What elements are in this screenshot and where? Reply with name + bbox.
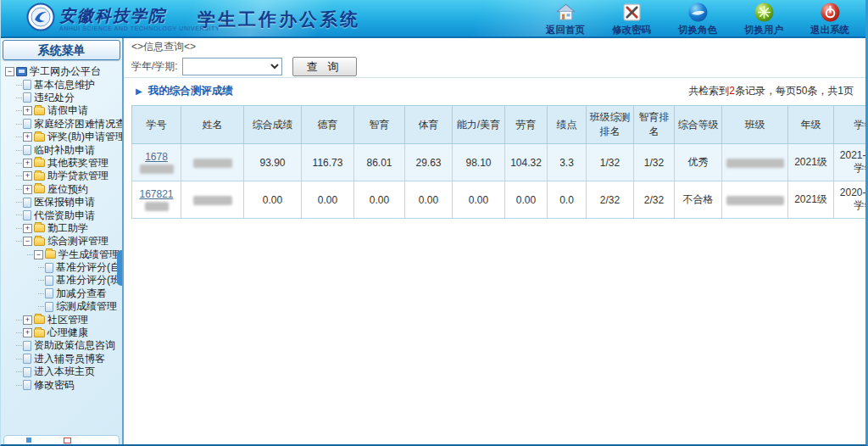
tree-item[interactable]: +社区管理 xyxy=(3,313,122,326)
tree-item[interactable]: −学生成绩管理 xyxy=(3,248,122,260)
folder-icon xyxy=(34,329,45,337)
tree-connector xyxy=(16,385,22,386)
cell-student-name xyxy=(181,181,244,219)
page-icon xyxy=(23,341,31,351)
app-window: 安徽科技学院 ANHUI SCIENCE AND TECHNOLOGY UNIV… xyxy=(0,0,868,446)
bottom-bar-mail-icon xyxy=(64,438,71,443)
tree-item[interactable]: 医保报销申请 xyxy=(3,196,122,209)
page-icon xyxy=(23,380,31,390)
expand-icon[interactable]: + xyxy=(23,185,32,194)
expand-icon[interactable]: + xyxy=(23,159,32,168)
tree-connector xyxy=(27,254,33,255)
table-row: 1678210.000.000.000.000.000.000.02/322/3… xyxy=(132,181,866,219)
header-action-4[interactable]: 切换用户 xyxy=(742,2,786,36)
tree-item[interactable]: 资助政策信息咨询 xyxy=(3,339,122,352)
page-icon xyxy=(23,210,31,220)
cell-student-name xyxy=(181,144,244,181)
tree-item[interactable]: −综合测评管理 xyxy=(3,235,122,248)
record-count-info: 共检索到2条记录，每页50条，共1页 xyxy=(688,84,854,98)
tree-item[interactable]: 加减分查看 xyxy=(3,287,122,300)
folder-icon xyxy=(34,107,45,115)
folder-icon xyxy=(45,250,56,259)
tree-connector xyxy=(16,228,22,229)
app-header: 安徽科技学院 ANHUI SCIENCE AND TECHNOLOGY UNIV… xyxy=(1,0,865,38)
term-label: 学年/学期: xyxy=(131,59,178,74)
student-id-link[interactable]: 167821 xyxy=(139,188,173,200)
logout-icon xyxy=(820,2,841,23)
expand-icon[interactable]: + xyxy=(23,224,32,233)
page-icon xyxy=(23,145,31,155)
tree-item[interactable]: 修改密码 xyxy=(3,378,122,391)
column-intellectual-rank: 智育排名 xyxy=(634,106,675,144)
switch-user-icon xyxy=(754,2,775,23)
tree-item[interactable]: 进入本班主页 xyxy=(3,365,122,378)
expand-icon[interactable]: + xyxy=(23,315,32,325)
tree-item[interactable]: 代偿资助申请 xyxy=(3,209,122,221)
tree-item-label: 修改密码 xyxy=(34,378,75,393)
tree-item[interactable]: +心理健康 xyxy=(3,326,122,339)
tree-item[interactable]: +其他获奖管理 xyxy=(3,157,122,170)
student-id-link[interactable]: 1678 xyxy=(145,151,168,163)
query-button[interactable]: 查 询 xyxy=(292,57,357,76)
tree-item[interactable]: 家庭经济困难情况查看 xyxy=(3,118,122,131)
column-labor-score: 劳育 xyxy=(505,106,548,144)
tree-item[interactable]: 基本信息维护 xyxy=(3,78,122,91)
tree-item[interactable]: +勤工助学 xyxy=(3,222,122,235)
tree-item[interactable]: 临时补助申请 xyxy=(3,143,122,156)
platform-icon xyxy=(16,67,27,76)
header-action-3[interactable]: 切换角色 xyxy=(676,2,720,36)
header-action-label: 退出系统 xyxy=(810,24,849,36)
folder-icon xyxy=(34,159,45,167)
expand-icon[interactable]: + xyxy=(23,106,32,115)
tree-item[interactable]: +助学贷款管理 xyxy=(3,170,122,182)
sidebar-menu-title[interactable]: 系统菜单 xyxy=(3,40,120,60)
tree-item[interactable]: +座位预约 xyxy=(3,183,122,196)
cell-grade-year: 2021级 xyxy=(788,181,834,219)
column-academic-year: 学年 xyxy=(834,106,866,144)
term-select[interactable] xyxy=(182,58,282,75)
tree-item[interactable]: +评奖(助)申请管理 xyxy=(3,131,122,143)
tree-item[interactable]: 进入辅导员博客 xyxy=(3,353,122,365)
sidebar-collapse-handle[interactable] xyxy=(117,250,122,286)
menu-tree: −学工网办公平台基本信息维护违纪处分+请假申请家庭经济困难情况查看+评奖(助)申… xyxy=(1,64,122,392)
expand-icon[interactable]: + xyxy=(23,132,32,142)
cell-labor-score: 104.32 xyxy=(505,144,548,181)
tree-connector xyxy=(16,150,22,151)
page-icon xyxy=(45,276,53,286)
home-icon xyxy=(555,2,576,23)
cell-class-overall-rank: 1/32 xyxy=(587,144,634,181)
collapse-icon[interactable]: − xyxy=(5,67,14,76)
cell-ability-aesthetic-score: 98.10 xyxy=(453,144,505,181)
column-moral-score: 德育 xyxy=(302,106,354,144)
tree-item[interactable]: 综测成绩管理 xyxy=(3,300,122,313)
folder-icon xyxy=(34,133,45,142)
cell-ability-aesthetic-score: 0.00 xyxy=(453,181,505,219)
triangle-icon: ▶ xyxy=(136,86,142,96)
collapse-icon[interactable]: − xyxy=(23,237,32,246)
sidebar-bottom-bar[interactable] xyxy=(3,435,120,444)
tree-item[interactable]: +请假申请 xyxy=(3,104,122,117)
header-action-1[interactable]: 返回首页 xyxy=(543,2,587,36)
header-action-5[interactable]: 退出系统 xyxy=(808,2,852,36)
tree-item[interactable]: 基准分评分(班委) xyxy=(3,274,122,287)
page-icon xyxy=(23,80,31,90)
tree-connector xyxy=(16,215,22,215)
header-action-2[interactable]: 修改密码 xyxy=(609,2,654,36)
collapse-icon[interactable]: − xyxy=(34,250,43,259)
tree-item[interactable]: 基准分评分(自评) xyxy=(3,261,122,274)
redacted-id xyxy=(140,164,174,174)
page-icon xyxy=(45,302,53,312)
tree-connector xyxy=(16,124,22,125)
tree-item[interactable]: 违纪处分 xyxy=(3,92,122,104)
folder-icon xyxy=(34,237,45,246)
tree-item[interactable]: −学工网办公平台 xyxy=(3,65,122,78)
expand-icon[interactable]: + xyxy=(23,328,32,337)
cell-intellectual-score: 86.01 xyxy=(354,144,405,181)
expand-icon[interactable]: + xyxy=(23,171,32,181)
header-action-label: 切换用户 xyxy=(744,24,783,36)
header-action-label: 修改密码 xyxy=(612,24,651,36)
tree-connector xyxy=(16,176,22,176)
tree-connector xyxy=(16,371,22,372)
tree-connector xyxy=(16,98,22,98)
main-content: <>信息查询<> 学年/学期: 查 询 ▶ 我的综合测评成绩 共检索到2条记录，… xyxy=(124,38,865,444)
